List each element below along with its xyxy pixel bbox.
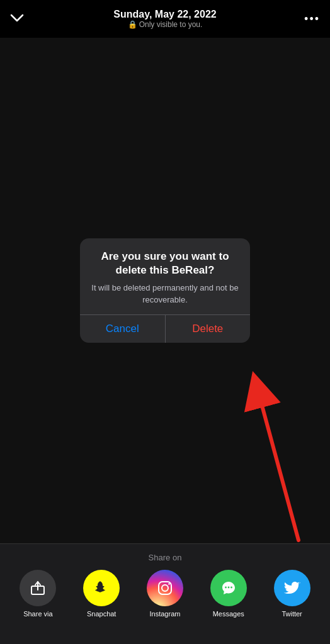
svg-point-7 bbox=[225, 587, 227, 589]
confirmation-dialog: Are you sure you want to delete this BeR… bbox=[80, 238, 250, 343]
instagram-icon bbox=[147, 570, 183, 606]
svg-point-6 bbox=[168, 583, 170, 585]
share-item-twitter[interactable]: Twitter bbox=[267, 570, 317, 618]
lock-icon: 🔒 bbox=[128, 20, 137, 29]
header-date: Sunday, May 22, 2022 bbox=[29, 9, 301, 20]
share-on-label: Share on bbox=[0, 544, 330, 570]
share-via-label: Share via bbox=[23, 610, 52, 618]
svg-point-5 bbox=[162, 585, 168, 591]
more-options-icon[interactable]: ••• bbox=[301, 13, 320, 26]
dialog-title: Are you sure you want to delete this BeR… bbox=[91, 250, 239, 277]
visibility-text: Only visible to you. bbox=[139, 20, 203, 29]
share-item-share-via[interactable]: Share via bbox=[13, 570, 63, 618]
twitter-label: Twitter bbox=[282, 610, 302, 618]
share-item-messages[interactable]: Messages bbox=[203, 570, 254, 618]
svg-point-8 bbox=[227, 587, 229, 589]
twitter-icon bbox=[274, 570, 310, 606]
share-item-snapchat[interactable]: Snapchat bbox=[76, 570, 127, 618]
header-center: Sunday, May 22, 2022 🔒 Only visible to y… bbox=[29, 9, 301, 29]
messages-icon bbox=[210, 570, 247, 606]
chevron-down-icon[interactable] bbox=[10, 13, 29, 26]
dialog-overlay: Are you sure you want to delete this BeR… bbox=[0, 38, 330, 543]
cancel-button[interactable]: Cancel bbox=[80, 315, 165, 343]
delete-button[interactable]: Delete bbox=[166, 315, 251, 343]
share-item-instagram[interactable]: Instagram bbox=[140, 570, 190, 618]
share-icons-row: Share via Snapchat Instagram bbox=[0, 570, 330, 618]
svg-point-9 bbox=[230, 587, 232, 589]
messages-label: Messages bbox=[213, 610, 244, 618]
share-panel: Share on Share via Snapchat bbox=[0, 543, 330, 644]
dialog-buttons: Cancel Delete bbox=[80, 315, 250, 343]
dialog-message: It will be deleted permanently and not b… bbox=[91, 282, 239, 305]
instagram-label: Instagram bbox=[150, 610, 181, 618]
dialog-body: Are you sure you want to delete this BeR… bbox=[80, 238, 250, 314]
share-via-icon bbox=[20, 570, 56, 606]
header: Sunday, May 22, 2022 🔒 Only visible to y… bbox=[0, 0, 330, 38]
snapchat-icon bbox=[83, 570, 120, 606]
header-visibility: 🔒 Only visible to you. bbox=[29, 20, 301, 29]
snapchat-label: Snapchat bbox=[87, 610, 116, 618]
